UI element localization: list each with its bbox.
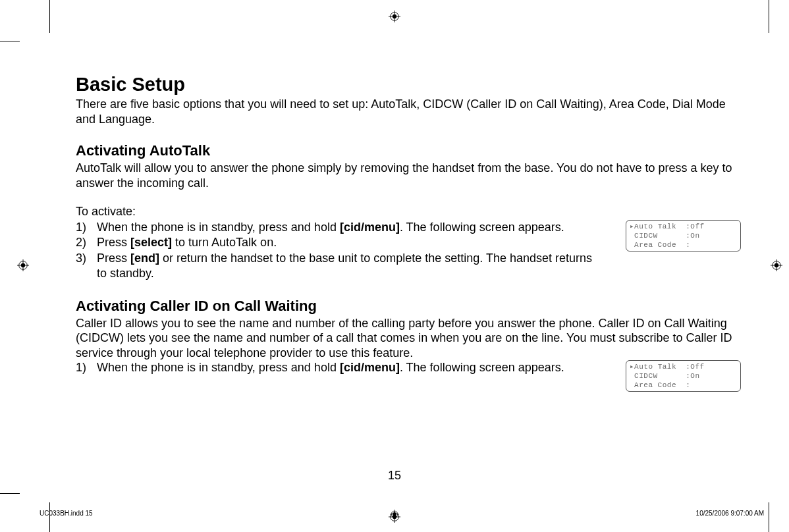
footer-timestamp: 10/25/2006 9:07:00 AM xyxy=(696,510,764,519)
crop-mark xyxy=(0,41,20,41)
registration-mark-icon xyxy=(389,11,400,22)
list-item: 2) Press [select] to turn AutoTalk on. xyxy=(76,235,741,250)
cidcw-steps: 1) When the phone is in standby, press a… xyxy=(76,360,741,375)
heading-main: Basic Setup xyxy=(76,74,741,95)
footer: UC033BH.indd 15 10/25/2006 9:07:00 AM xyxy=(40,510,764,519)
step-text: When the phone is in standby, press and … xyxy=(97,221,564,234)
cidcw-steps-block: ▸Auto Talk :Off CIDCW :On Area Code : 1)… xyxy=(76,360,741,375)
step-text: When the phone is in standby, press and … xyxy=(97,361,564,374)
step-text: Press [select] to turn AutoTalk on. xyxy=(97,236,277,249)
registration-mark-icon xyxy=(17,259,29,271)
step-number: 1) xyxy=(76,220,86,235)
crop-mark xyxy=(49,0,50,33)
step-number: 3) xyxy=(76,251,86,266)
list-item: 1) When the phone is in standby, press a… xyxy=(76,360,741,375)
content-area: Basic Setup There are five basic options… xyxy=(76,74,741,375)
heading-autotalk: Activating AutoTalk xyxy=(76,142,741,159)
crop-mark xyxy=(0,493,20,494)
registration-mark-icon xyxy=(390,510,399,519)
autotalk-steps-block: ▸Auto Talk :Off CIDCW :On Area Code : 1)… xyxy=(76,220,741,282)
autotalk-lead: To activate: xyxy=(76,205,741,219)
list-item: 3) Press [end] or return the handset to … xyxy=(76,251,596,282)
heading-cidcw: Activating Caller ID on Call Waiting xyxy=(76,298,741,315)
page: Basic Setup There are five basic options… xyxy=(0,0,789,532)
crop-mark xyxy=(769,502,769,532)
footer-filename: UC033BH.indd 15 xyxy=(40,510,93,519)
step-number: 1) xyxy=(76,360,86,375)
cidcw-body: Caller ID allows you to see the name and… xyxy=(76,316,741,361)
crop-mark xyxy=(769,0,769,33)
page-number: 15 xyxy=(0,469,789,483)
list-item: 1) When the phone is in standby, press a… xyxy=(76,220,741,235)
autotalk-body: AutoTalk will allow you to answer the ph… xyxy=(76,161,741,190)
registration-mark-icon xyxy=(771,259,782,271)
step-number: 2) xyxy=(76,235,86,250)
step-text: Press [end] or return the handset to the… xyxy=(97,252,592,280)
intro-paragraph: There are five basic options that you wi… xyxy=(76,97,741,126)
